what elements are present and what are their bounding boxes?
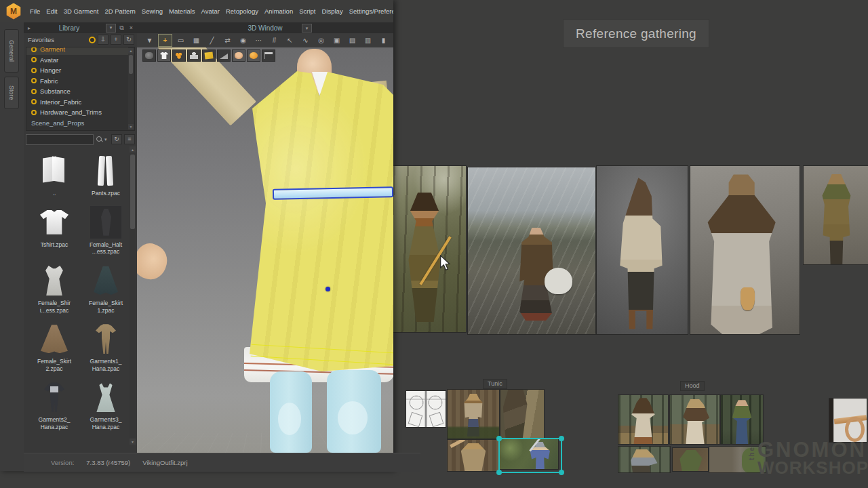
pin-tool-button[interactable]: ╱ xyxy=(205,34,219,47)
menu-settings-preference[interactable]: Settings/Preference xyxy=(349,7,393,15)
tree-scroll-thumb[interactable] xyxy=(129,55,133,74)
tape-measure-button[interactable] xyxy=(262,49,275,62)
reference-photo-tunic-arm-raised[interactable] xyxy=(448,440,499,471)
reference-photo-hood-forest-1[interactable] xyxy=(618,395,668,444)
library-item-female-skirt-2-zpac[interactable]: Female_Skirt 2.zpac xyxy=(30,323,79,372)
add-favorite-icon[interactable]: + xyxy=(111,35,121,45)
library-item-[interactable]: .. xyxy=(30,155,79,197)
side-tab-general[interactable]: General xyxy=(4,29,19,73)
reference-photo-green-hood-studio[interactable] xyxy=(804,166,868,264)
pin-point-dot[interactable] xyxy=(326,287,330,291)
library-item-garments3-hana-zpac[interactable]: Garments3_ Hana.zpac xyxy=(81,381,130,430)
panel-close-icon[interactable]: × xyxy=(127,24,135,31)
zoom-focus-tool-button[interactable]: ◎ xyxy=(314,34,328,47)
clo-set-icon[interactable] xyxy=(89,37,96,43)
list-view-icon[interactable]: ≡ xyxy=(124,134,135,144)
reference-photo-viking-forest[interactable] xyxy=(393,166,466,332)
fold-view-button[interactable] xyxy=(217,49,231,62)
tree-scrollbar[interactable]: ▲ ▼ xyxy=(128,48,134,129)
sewing-stitch-tool-button[interactable]: ∿ xyxy=(298,34,313,47)
menu-sewing[interactable]: Sewing xyxy=(142,7,163,15)
library-dropdown[interactable]: ▾ xyxy=(106,24,116,33)
library-item-tshirt-zpac[interactable]: Tshirt.zpac xyxy=(30,206,79,256)
library-item-female-halt-ess-zpac[interactable]: Female_Halt ...ess.zpac xyxy=(81,206,130,256)
menu-avatar[interactable]: Avatar xyxy=(201,7,220,15)
measure-tool-tool-button[interactable]: ▮ xyxy=(376,34,391,47)
grid-scrollbar[interactable]: ▲ ▼ xyxy=(130,146,136,445)
head-view-button[interactable] xyxy=(232,49,245,62)
tree-item-fabric[interactable]: Fabric xyxy=(26,76,128,87)
selection-handle-br[interactable] xyxy=(559,470,564,475)
menu-script[interactable]: Script xyxy=(299,7,315,15)
refresh-icon[interactable]: ↻ xyxy=(123,35,134,45)
select-mesh-tool-button[interactable]: ▦ xyxy=(189,34,203,47)
3d-viewport[interactable] xyxy=(137,47,393,453)
menu-2d-pattern[interactable]: 2D Pattern xyxy=(104,7,135,15)
search-icon[interactable] xyxy=(96,136,102,143)
reference-photo-tunic-coat-closeup[interactable] xyxy=(500,390,544,439)
tree-item-hanger[interactable]: Hanger xyxy=(26,65,128,76)
select-move-tool-button[interactable]: + xyxy=(158,34,172,47)
tack-on-avatar-tool-button[interactable]: ↖ xyxy=(283,34,297,47)
tree-item-substance[interactable]: Substance xyxy=(26,86,128,97)
search-filter-dropdown-icon[interactable]: ▾ xyxy=(104,137,107,142)
library-item-garments1-hana-zpac[interactable]: Garments1_ Hana.zpac xyxy=(81,323,130,372)
transform-pattern-tool-button[interactable]: ▭ xyxy=(174,34,188,47)
library-item-garments2-hana-zpac[interactable]: Garments2_ Hana.zpac xyxy=(30,381,79,430)
avatar-pose-tool-button[interactable]: ⋯ xyxy=(252,34,266,47)
tree-item-avatar[interactable]: Avatar xyxy=(26,55,128,66)
reference-photo-tunic-pattern-diagram[interactable] xyxy=(406,391,446,427)
app-logo-icon[interactable]: M xyxy=(5,3,22,20)
fabric-view-button[interactable] xyxy=(202,49,216,62)
reference-photo-hood-forest-3[interactable] xyxy=(721,395,763,444)
reference-photo-leather-straps[interactable] xyxy=(829,399,867,442)
texture-view-tool-button[interactable]: ▣ xyxy=(330,34,344,47)
library-item-female-skirt-1-zpac[interactable]: Female_Skirt 1.zpac xyxy=(81,264,130,314)
grid-scroll-up-icon[interactable]: ▲ xyxy=(130,146,136,152)
menu-animation[interactable]: Animation xyxy=(264,7,293,15)
arrangement-points-tool-button[interactable]: # xyxy=(267,34,281,47)
reference-photo-hood-studio-front[interactable] xyxy=(690,166,800,334)
scroll-up-icon[interactable]: ▲ xyxy=(128,48,134,54)
menu-file[interactable]: File xyxy=(30,7,40,15)
reference-photo-hood-studio-side[interactable] xyxy=(597,166,688,334)
tree-item-scene-and-props[interactable]: Scene_and_Props xyxy=(26,118,128,129)
menu-3d-garment[interactable]: 3D Garment xyxy=(64,7,99,15)
side-tab-store[interactable]: Store xyxy=(4,77,19,109)
menu-materials[interactable]: Materials xyxy=(169,7,195,15)
scroll-down-icon[interactable]: ▼ xyxy=(128,124,134,129)
avatar-view-button[interactable] xyxy=(187,49,201,62)
scale-tool-tool-button[interactable]: ▤ xyxy=(345,34,359,47)
library-item-female-shir-i-ess-zpac[interactable]: Female_Shir i...ess.zpac xyxy=(30,264,79,314)
menu-edit[interactable]: Edit xyxy=(46,7,57,15)
mesh-garment-view-button[interactable] xyxy=(157,49,171,62)
menu-display[interactable]: Display xyxy=(321,7,342,15)
substance-view-button[interactable] xyxy=(247,49,260,62)
menu-retopology[interactable]: Retopology xyxy=(226,7,258,15)
grid-scroll-thumb[interactable] xyxy=(130,155,135,229)
camera-record-tool-button[interactable]: ◉ xyxy=(236,34,250,47)
panel-dock-icon[interactable]: ⧉ xyxy=(118,24,125,32)
fold-arrangement-tool-button[interactable]: ⇄ xyxy=(220,34,235,47)
tree-item-hardware-and-trims[interactable]: Hardware_and_Trims xyxy=(26,107,128,118)
reload-icon[interactable]: ↻ xyxy=(111,134,122,144)
group-label-hood[interactable]: Hood xyxy=(680,381,705,391)
reference-photo-tunic-blue-selected[interactable] xyxy=(500,439,558,469)
thick-garment-view-button[interactable] xyxy=(142,49,156,62)
retopo-view-button[interactable] xyxy=(172,49,186,62)
simulate-tool-button[interactable]: ▼ xyxy=(142,34,157,47)
selection-handle-tr[interactable] xyxy=(559,436,564,441)
import-icon[interactable]: ⇩ xyxy=(98,35,108,45)
panel-tool-tool-button[interactable]: ▥ xyxy=(361,34,375,47)
reference-photo-hood-forest-2[interactable] xyxy=(670,395,719,444)
reference-photo-hillside-cloak[interactable] xyxy=(468,167,595,334)
tree-item-interior-fabric[interactable]: Interior_Fabric xyxy=(26,97,128,108)
tree-item-garment[interactable]: Garment xyxy=(26,47,128,55)
reference-photo-hood-closeup-1[interactable] xyxy=(673,448,708,471)
panel-pin-icon[interactable]: ▸ xyxy=(26,25,33,31)
group-label-tunic[interactable]: Tunic xyxy=(483,379,507,389)
3d-window-dropdown[interactable]: ▾ xyxy=(302,24,312,33)
library-item-pants-zpac[interactable]: Pants.zpac xyxy=(81,155,130,197)
search-input[interactable] xyxy=(26,134,94,145)
grid-scroll-down-icon[interactable]: ▼ xyxy=(130,439,136,445)
